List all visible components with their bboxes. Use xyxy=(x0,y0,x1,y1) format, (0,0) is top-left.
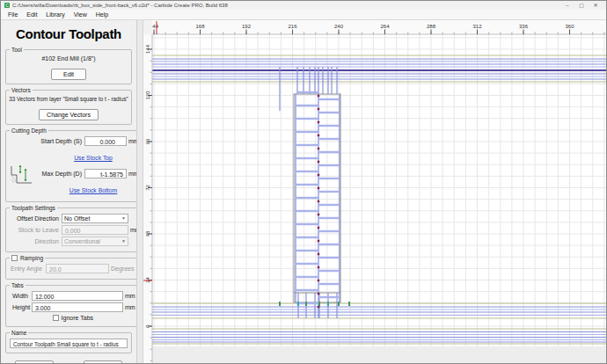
edit-tool-button[interactable]: Edit xyxy=(51,69,86,80)
app-icon: C xyxy=(4,3,10,8)
entry-angle-unit: Degrees xyxy=(111,266,134,272)
tabs-group: Tabs Width 12.000 mm Height 3.000 mm Ign… xyxy=(5,282,137,327)
ramping-checkbox[interactable] xyxy=(11,255,18,261)
entry-angle-input: 20.0 xyxy=(46,264,109,273)
drawing-canvas[interactable]: 1441681922162402642883123363601441209672… xyxy=(143,20,607,364)
entry-angle-label: Entry Angle xyxy=(11,266,46,272)
panel-splitter[interactable] xyxy=(137,20,143,364)
tab-width-unit: mm xyxy=(125,293,135,299)
offset-direction-select[interactable]: No Offset ▼ xyxy=(62,214,128,223)
svg-text:336: 336 xyxy=(519,24,529,29)
tab-height-label: Height xyxy=(11,304,32,310)
menu-help[interactable]: Help xyxy=(91,10,113,20)
offset-direction-value: No Offset xyxy=(64,215,90,222)
svg-text:240: 240 xyxy=(334,24,344,29)
depth-diagram-icon xyxy=(9,162,33,188)
svg-text:24: 24 xyxy=(145,277,150,283)
menu-edit[interactable]: Edit xyxy=(22,10,41,20)
tool-group: Tool #102 End Mill (1/8") Edit xyxy=(5,47,132,84)
tabs-group-label: Tabs xyxy=(10,282,26,288)
drawing-viewport: 1441681922162402642883123363601441209672… xyxy=(143,20,607,364)
horizontal-ruler: 144168192216240264288312336360 xyxy=(143,20,607,34)
offset-direction-label: Offset Direction xyxy=(11,215,62,222)
title-bar[interactable]: C C:/Users/willa/Downloads/rb_box_side_f… xyxy=(1,1,606,10)
stock-to-leave-unit: mm xyxy=(130,227,137,233)
name-group: Name Contour Toolpath Small square to t … xyxy=(5,330,132,353)
page-title: Contour Toolpath xyxy=(3,26,135,41)
svg-text:288: 288 xyxy=(427,24,436,29)
tab-height-input[interactable]: 3.000 xyxy=(32,302,123,312)
vectors-group: Vectors 33 Vectors from layer "Small squ… xyxy=(5,87,132,125)
svg-text:360: 360 xyxy=(565,24,574,29)
max-depth-unit: mm xyxy=(128,171,137,177)
direction-select: Conventional ▼ xyxy=(62,237,128,246)
toolpath-name-input[interactable]: Contour Toolpath Small square to t - rad… xyxy=(10,339,128,348)
direction-value: Conventional xyxy=(64,238,100,244)
minimize-button[interactable]: – xyxy=(560,1,574,10)
tab-width-label: Width xyxy=(11,293,32,299)
cancel-button[interactable]: Cancel xyxy=(84,360,122,364)
ramping-label: Ramping xyxy=(20,255,43,261)
use-stock-bottom-link[interactable]: Use Stock Bottom xyxy=(69,187,117,193)
tool-name: #102 End Mill (1/8") xyxy=(9,55,128,62)
cutting-depth-group: Cutting Depth Start Depth (S) 0.000 mm U… xyxy=(5,127,137,202)
vectors-info: 33 Vectors from layer "Small square to t… xyxy=(9,96,128,102)
toolpath-settings-group-label: Toolpath Settings xyxy=(10,205,57,211)
name-group-label: Name xyxy=(10,330,28,336)
app-window: C C:/Users/willa/Downloads/rb_box_side_f… xyxy=(0,0,607,364)
ignore-tabs-checkbox[interactable] xyxy=(53,315,59,321)
stock-to-leave-label: Stock to Leave xyxy=(11,227,62,233)
svg-text:144: 144 xyxy=(145,44,150,54)
chevron-down-icon: ▼ xyxy=(121,216,126,221)
svg-text:96: 96 xyxy=(145,138,150,144)
menu-bar: File Edit Library View Help xyxy=(1,10,606,20)
vertical-ruler: 144120967248240 xyxy=(143,34,152,364)
maximize-button[interactable]: ▢ xyxy=(574,1,589,10)
svg-text:72: 72 xyxy=(145,185,150,191)
svg-text:120: 120 xyxy=(145,91,150,100)
ok-button[interactable]: Ok xyxy=(15,360,54,364)
start-depth-unit: mm xyxy=(128,138,137,144)
contour-toolpath-panel: Contour Toolpath Tool #102 End Mill (1/8… xyxy=(1,20,137,364)
tab-height-unit: mm xyxy=(125,304,135,310)
direction-label: Direction xyxy=(11,238,62,244)
menu-library[interactable]: Library xyxy=(41,10,69,20)
close-button[interactable]: ✕ xyxy=(589,1,603,10)
chevron-down-icon: ▼ xyxy=(121,239,126,244)
change-vectors-button[interactable]: Change Vectors xyxy=(39,109,99,120)
svg-text:192: 192 xyxy=(242,24,252,29)
ramping-group: Ramping Entry Angle 20.0 Degrees xyxy=(5,255,137,280)
menu-view[interactable]: View xyxy=(69,10,91,20)
svg-text:168: 168 xyxy=(195,24,205,29)
svg-text:48: 48 xyxy=(145,230,150,237)
tool-group-label: Tool xyxy=(10,47,24,53)
stock-to-leave-input: 0.000 xyxy=(62,225,128,235)
svg-text:312: 312 xyxy=(472,24,482,29)
svg-text:264: 264 xyxy=(380,24,390,29)
start-depth-label: Start Depth (S) xyxy=(9,138,84,144)
cutting-depth-group-label: Cutting Depth xyxy=(10,127,48,134)
max-depth-input[interactable]: t-1.5875 xyxy=(84,169,127,178)
tab-width-input[interactable]: 12.000 xyxy=(32,291,123,301)
use-stock-top-link[interactable]: Use Stock Top xyxy=(74,155,113,161)
menu-file[interactable]: File xyxy=(4,10,22,20)
start-depth-input[interactable]: 0.000 xyxy=(84,136,127,146)
toolpath-settings-group: Toolpath Settings Offset Direction No Of… xyxy=(5,205,137,252)
vectors-group-label: Vectors xyxy=(10,87,33,93)
svg-text:216: 216 xyxy=(288,24,297,29)
window-title: C:/Users/willa/Downloads/rb_box_side_fro… xyxy=(12,3,558,8)
ignore-tabs-label: Ignore Tabs xyxy=(62,315,93,321)
